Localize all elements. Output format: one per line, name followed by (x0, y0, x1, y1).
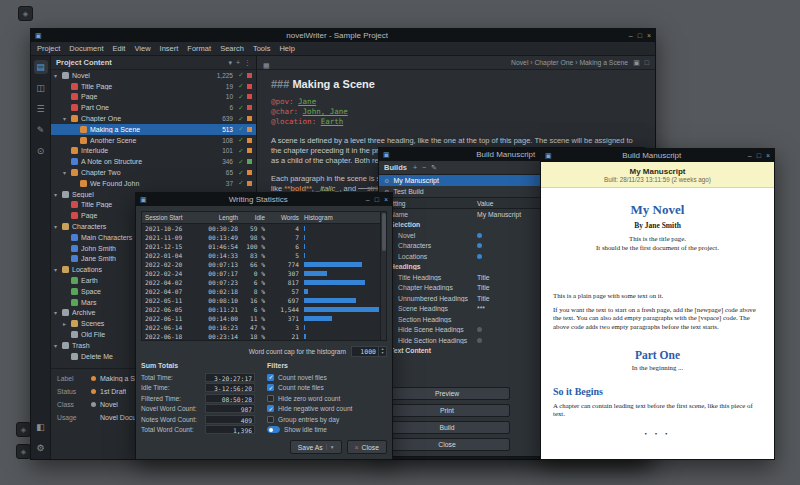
expander-icon[interactable]: ▾ (54, 309, 62, 316)
close-button[interactable]: ×Close (347, 440, 387, 454)
tree-item[interactable]: Page 10 ✓ (51, 92, 256, 103)
cap-spinbox[interactable]: 1000 ▴▾ (351, 346, 387, 357)
session-row[interactable]: 2022-06-14 00:16:23 47 % 3 (142, 323, 386, 332)
setting-toggle-dot[interactable] (490, 285, 495, 290)
print-button[interactable]: Print (384, 404, 510, 417)
save-as-button[interactable]: Save As▾ (290, 440, 342, 454)
setting-toggle-dot[interactable] (477, 243, 482, 248)
filter-checkbox[interactable] (267, 384, 274, 391)
session-row[interactable]: 2022-06-05 00:11:21 6 % 1,544 (142, 305, 386, 314)
writing-stats-icon[interactable]: ◧ (34, 420, 48, 434)
filter-checkbox[interactable] (267, 426, 280, 433)
expander-icon[interactable]: ▾ (54, 342, 62, 349)
tree-item[interactable]: Interlude 101 ✓ (51, 146, 256, 157)
session-row[interactable]: 2022-06-11 00:14:00 11 % 371 (142, 314, 386, 323)
tree-item[interactable]: Another Scene 108 ✓ (51, 135, 256, 146)
expander-icon[interactable]: ▾ (54, 191, 62, 198)
dropdown-caret-icon[interactable]: ▾ (326, 444, 334, 450)
tree-item[interactable]: ▾ Novel 1,225 ✓ (51, 70, 256, 81)
setting-toggle-dot[interactable] (521, 212, 526, 217)
document-menu-icon[interactable]: ▦ (263, 62, 270, 69)
meta-value[interactable]: Earth (321, 117, 344, 126)
preview-window-titlebar[interactable]: ▣ Build Manuscript – □ × (541, 149, 774, 162)
setting-toggle-dot[interactable] (477, 348, 482, 353)
menu-item[interactable]: Search (220, 44, 244, 53)
desktop-icon-1[interactable]: ◈ (18, 6, 33, 21)
column-length[interactable]: Length (198, 214, 238, 221)
column-words[interactable]: Words (265, 214, 299, 221)
preview-button[interactable]: Preview (384, 387, 510, 400)
maximize-icon[interactable]: □ (757, 152, 761, 159)
session-row[interactable]: 2021-10-26 00:30:28 59 % 4 (142, 224, 386, 233)
setting-toggle-dot[interactable] (477, 233, 482, 238)
filter-row[interactable]: Show idle time (267, 425, 352, 436)
scrollbar-thumb[interactable] (382, 213, 386, 251)
column-idle[interactable]: Idle (238, 214, 265, 221)
menu-item[interactable]: Format (187, 44, 211, 53)
menu-item[interactable]: Project (37, 44, 60, 53)
setting-toggle-dot[interactable] (485, 306, 490, 311)
filter-row[interactable]: Group entries by day (267, 414, 352, 425)
tree-item[interactable]: We Found John 37 ✓ (51, 178, 256, 189)
outline-view-icon[interactable]: ☰ (34, 102, 48, 116)
novel-view-icon[interactable]: ◫ (34, 81, 48, 95)
tree-item[interactable]: Part One 6 ✓ (51, 102, 256, 113)
session-row[interactable]: 2021-12-15 01:46:54 100 % 6 (142, 242, 386, 251)
spin-down-icon[interactable]: ▾ (381, 351, 383, 355)
meta-value[interactable]: John, Jane (303, 107, 348, 116)
bookmark-icon[interactable]: ▣ (633, 59, 640, 67)
close-button[interactable]: Close (384, 438, 510, 451)
menu-item[interactable]: Document (69, 44, 103, 53)
filter-checkbox[interactable] (267, 374, 274, 381)
expander-icon[interactable]: ▾ (54, 266, 62, 273)
close-icon[interactable]: × (766, 152, 770, 159)
expand-all-icon[interactable]: ▾ (228, 59, 232, 67)
more-options-icon[interactable]: ⋮ (244, 59, 251, 67)
menu-item[interactable]: Help (279, 44, 294, 53)
filter-checkbox[interactable] (267, 416, 274, 423)
column-session-start[interactable]: Session Start (142, 214, 198, 221)
minimize-icon[interactable]: – (629, 32, 633, 39)
setting-toggle-dot[interactable] (477, 317, 482, 322)
session-row[interactable]: 2022-04-07 00:02:18 8 % 57 (142, 287, 386, 296)
close-icon[interactable]: × (384, 196, 388, 203)
tree-item[interactable]: ▾ Chapter One 639 ✓ (51, 113, 256, 124)
minimize-icon[interactable]: – (366, 196, 370, 203)
build-button[interactable]: Build (384, 421, 510, 434)
desktop-icon-3[interactable]: ◈ (16, 444, 31, 459)
session-row[interactable]: 2022-04-02 00:07:23 6 % 817 (142, 278, 386, 287)
filter-checkbox[interactable] (267, 395, 274, 402)
desktop-icon-2[interactable]: ◈ (16, 422, 31, 437)
setting-toggle-dot[interactable] (477, 327, 482, 332)
setting-toggle-dot[interactable] (490, 275, 495, 280)
setting-toggle-dot[interactable] (477, 264, 482, 269)
filter-row[interactable]: Hide zero word count (267, 393, 352, 404)
tree-item[interactable]: Making a Scene 513 ✓ (51, 124, 256, 135)
filter-row[interactable]: Count note files (267, 383, 352, 394)
tree-item[interactable]: Title Page 19 ✓ (51, 81, 256, 92)
minimize-icon[interactable]: – (748, 152, 752, 159)
session-row[interactable]: 2022-06-18 00:23:14 18 % 21 (142, 332, 386, 341)
session-row[interactable]: 2022-01-04 00:14:33 83 % 5 (142, 251, 386, 260)
settings-gear-icon[interactable]: ⚙ (34, 441, 48, 455)
session-row[interactable]: 2022-02-24 00:07:17 0 % 307 (142, 269, 386, 278)
cap-value[interactable]: 1000 (352, 347, 378, 356)
filter-row[interactable]: Hide negative word count (267, 404, 352, 415)
setting-toggle-dot[interactable] (477, 222, 482, 227)
table-scrollbar[interactable] (380, 212, 386, 340)
expander-icon[interactable]: ▾ (63, 169, 71, 176)
menu-item[interactable]: Tools (253, 44, 271, 53)
session-row[interactable]: 2021-11-09 00:13:49 98 % 7 (142, 233, 386, 242)
setting-toggle-dot[interactable] (477, 338, 482, 343)
expander-icon[interactable]: ▾ (54, 72, 62, 79)
close-icon[interactable]: × (647, 32, 651, 39)
stats-window-titlebar[interactable]: ▣ Writing Statistics – □ × (136, 193, 392, 206)
meta-value[interactable]: Jane (298, 97, 316, 106)
add-item-icon[interactable]: + (236, 59, 240, 67)
maximize-editor-icon[interactable]: □ (645, 59, 649, 67)
setting-toggle-dot[interactable] (490, 296, 495, 301)
expander-icon[interactable]: ▾ (54, 223, 62, 230)
expander-icon[interactable]: ▸ (63, 320, 71, 327)
search-icon[interactable]: ⊙ (34, 144, 48, 158)
maximize-icon[interactable]: □ (638, 32, 642, 39)
